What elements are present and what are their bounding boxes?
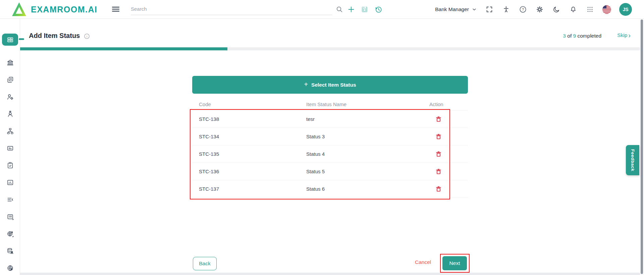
page-title: Add Item Status [29,32,80,40]
avatar-initials: JS [623,7,628,12]
menu-icon[interactable] [111,5,120,13]
delete-row-button[interactable] [433,167,443,177]
fullscreen-icon[interactable] [485,5,494,14]
sidebar-item-copy-add[interactable] [0,76,20,84]
brand-name: EXAMROOM.AI [31,5,97,14]
row-code: STC-136 [199,169,306,174]
form-list-icon [6,213,14,221]
sidebar-item-clipboard-check[interactable] [0,161,20,169]
progress-bar-track [20,47,644,50]
scrollbar-thumb[interactable] [641,19,643,274]
sidebar [0,19,20,275]
dark-mode-icon[interactable] [552,5,561,14]
row-code: STC-135 [199,151,306,157]
role-selector[interactable]: Bank Manager [435,6,477,12]
item-rows-icon [6,36,14,44]
sidebar-item-user[interactable] [0,110,20,118]
progress-total: 9 [573,33,576,39]
collapse-list-icon [6,196,14,203]
history-icon[interactable] [374,5,383,14]
sidebar-item-globe-badge[interactable] [0,230,20,238]
row-name: Status 6 [306,186,429,192]
skip-label: Skip [617,32,627,38]
card-icon [6,144,14,152]
delete-row-button[interactable] [433,184,443,194]
search-icon[interactable] [335,5,344,14]
plus-icon: + [304,81,308,88]
bottom-divider [20,273,644,275]
back-button[interactable]: Back [193,257,217,270]
user-settings-icon [6,93,14,101]
notifications-icon[interactable] [569,5,578,14]
settings-icon[interactable] [535,5,544,14]
column-header-code: Code [199,101,306,107]
copy-add-icon [6,76,14,84]
us-flag-icon[interactable] [602,5,611,14]
progress-bar-fill [20,47,227,50]
sidebar-item-database[interactable] [0,247,20,255]
table-row: STC-134 Status 3 [192,128,468,145]
column-header-action: Action [429,101,475,107]
active-item-indicator [19,38,24,40]
accessibility-icon[interactable] [502,5,511,14]
chevron-down-icon [472,7,477,12]
add-icon[interactable] [346,5,356,14]
next-button[interactable]: Next [442,256,467,270]
globe-badge-icon [6,230,14,238]
help-icon[interactable]: ? [519,5,527,14]
search-input[interactable] [131,3,332,15]
delete-row-button[interactable] [433,149,443,159]
report-chart-icon [6,179,14,186]
column-header-item-status-name: Item Status Name [306,101,429,107]
clipboard-check-icon [6,162,14,169]
save-icon[interactable] [360,5,369,14]
header-right-group: Bank Manager ? [435,0,632,19]
table-row: STC-136 Status 5 [192,163,468,180]
apps-grid-icon[interactable] [586,5,594,14]
sidebar-item-institution[interactable] [0,58,20,66]
table-header: Code Item Status Name Action [192,99,468,109]
select-item-status-button[interactable]: + Select Item Status [192,76,468,94]
top-header: EXAMROOM.AI Bank Manager [0,0,644,19]
avatar[interactable]: JS [619,3,632,16]
info-icon[interactable]: i [84,33,90,40]
sidebar-item-card[interactable] [0,144,20,152]
org-chart-icon [6,127,14,135]
sidebar-item-user-settings[interactable] [0,93,20,101]
globe-icon [6,264,14,272]
sidebar-item-report-chart[interactable] [0,178,20,186]
progress-status: 3 of 9 completed [563,33,601,39]
feedback-label: Feedback [630,149,635,171]
row-name: Status 3 [306,134,429,139]
row-name: Status 5 [306,169,429,174]
sidebar-item-item-bank[interactable] [2,34,18,46]
row-code: STC-138 [199,116,306,122]
bank-icon [6,59,14,66]
cancel-button[interactable]: Cancel [415,259,431,265]
sidebar-item-globe[interactable] [0,264,20,272]
item-status-table: STC-138 tesr STC-134 Status 3 STC-135 St… [192,110,468,198]
delete-row-button[interactable] [433,132,443,142]
progress-current: 3 [563,33,566,39]
role-label: Bank Manager [435,6,469,12]
table-row: STC-137 Status 6 [192,180,468,198]
skip-button[interactable]: Skip › [617,32,631,38]
brand-logo-icon [12,2,26,16]
sidebar-item-form-list[interactable] [0,213,20,221]
sidebar-item-org-chart[interactable] [0,127,20,135]
feedback-tab[interactable]: Feedback [626,145,639,175]
select-item-status-label: Select Item Status [311,82,356,88]
table-row: STC-135 Status 4 [192,145,468,163]
sidebar-item-collapse-list[interactable] [0,195,20,203]
chevron-right-icon: › [628,32,631,38]
progress-of: of [567,33,572,39]
row-name: tesr [306,116,429,122]
row-code: STC-134 [199,134,306,139]
delete-row-button[interactable] [433,114,443,124]
scrollbar-track [640,19,644,275]
hamburger-icon [111,5,120,13]
table-row: STC-138 tesr [192,110,468,128]
svg-text:?: ? [522,7,524,11]
svg-text:i: i [87,35,87,38]
row-name: Status 4 [306,151,429,157]
